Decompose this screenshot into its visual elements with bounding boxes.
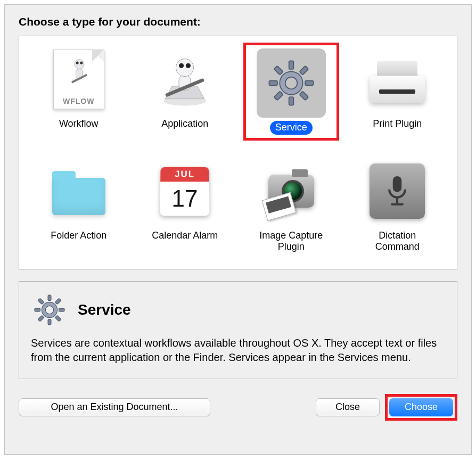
type-calendar-alarm[interactable]: JUL 17 Calendar Alarm <box>137 154 233 256</box>
gear-icon <box>31 291 68 329</box>
camera-icon <box>257 157 326 226</box>
application-icon <box>150 45 219 114</box>
svg-rect-14 <box>289 61 293 69</box>
type-dictation-command[interactable]: Dictation Command <box>350 154 446 256</box>
type-label: Workflow <box>54 117 104 131</box>
svg-point-10 <box>186 63 191 68</box>
type-workflow[interactable]: WFLOW Workflow <box>31 43 127 141</box>
workflow-icon: WFLOW <box>44 45 113 114</box>
printer-icon <box>363 45 432 114</box>
info-description: Services are contextual workflows availa… <box>31 336 445 365</box>
highlight-choose: Choose <box>385 394 457 421</box>
microphone-icon <box>363 157 432 226</box>
type-application[interactable]: Application <box>137 43 233 141</box>
type-print-plugin[interactable]: Print Plugin <box>350 43 446 141</box>
svg-rect-34 <box>55 315 61 322</box>
document-types-panel: WFLOW Workflow Applicati <box>19 36 457 269</box>
svg-rect-22 <box>393 176 402 192</box>
svg-rect-30 <box>59 308 65 312</box>
svg-rect-19 <box>274 91 283 100</box>
svg-rect-27 <box>48 295 51 301</box>
svg-point-2 <box>80 62 83 64</box>
svg-point-0 <box>75 60 84 69</box>
open-existing-button[interactable]: Open an Existing Document... <box>19 398 210 416</box>
svg-rect-21 <box>299 91 308 100</box>
info-panel: Service Services are contextual workflow… <box>19 281 457 379</box>
svg-rect-20 <box>274 66 283 75</box>
dialog-prompt: Choose a type for your document: <box>19 15 457 28</box>
dialog-button-row: Open an Existing Document... Close Choos… <box>19 394 457 421</box>
svg-rect-16 <box>269 81 277 86</box>
svg-rect-28 <box>48 319 51 325</box>
type-label: Image Capture Plugin <box>245 229 337 254</box>
type-label: Dictation Command <box>352 229 444 254</box>
workflow-doc-tag: WFLOW <box>54 97 104 105</box>
info-title: Service <box>78 301 131 318</box>
svg-point-13 <box>285 77 297 89</box>
close-button[interactable]: Close <box>316 398 380 416</box>
svg-point-9 <box>179 63 184 68</box>
svg-point-26 <box>45 306 53 314</box>
svg-rect-33 <box>38 298 44 305</box>
type-label: Application <box>156 117 214 131</box>
type-label: Print Plugin <box>367 117 427 131</box>
svg-point-1 <box>76 62 78 64</box>
svg-rect-29 <box>35 308 40 312</box>
calendar-icon: JUL 17 <box>150 157 219 226</box>
svg-point-8 <box>176 59 194 77</box>
folder-icon <box>44 157 113 226</box>
type-label: Folder Action <box>45 229 112 243</box>
choose-button[interactable]: Choose <box>389 398 453 416</box>
type-service[interactable]: Service <box>247 46 335 137</box>
svg-rect-17 <box>305 81 314 86</box>
svg-rect-32 <box>38 315 44 322</box>
service-icon <box>257 48 326 118</box>
document-type-dialog: Choose a type for your document: WFLOW <box>4 4 472 455</box>
type-folder-action[interactable]: Folder Action <box>31 154 127 256</box>
calendar-day: 17 <box>160 182 210 216</box>
calendar-month: JUL <box>160 167 209 181</box>
type-label: Service <box>270 121 313 135</box>
svg-rect-18 <box>299 66 308 75</box>
type-label: Calendar Alarm <box>146 229 223 243</box>
type-image-capture-plugin[interactable]: Image Capture Plugin <box>243 154 339 256</box>
types-grid: WFLOW Workflow Applicati <box>31 43 445 256</box>
svg-rect-15 <box>289 97 293 105</box>
highlight-service: Service <box>243 43 339 141</box>
svg-rect-31 <box>55 298 61 305</box>
